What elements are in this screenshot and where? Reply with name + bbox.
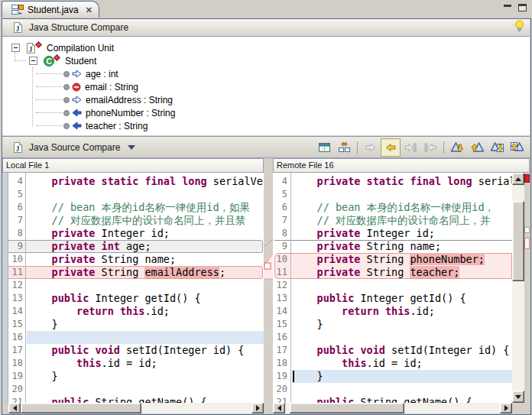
code-text [292,188,512,201]
chevron-down-icon[interactable] [128,145,135,150]
right-pane-header: Remote File 16 [273,158,530,173]
left-horizontal-scroll-thumb[interactable] [21,403,141,413]
tree-guide-line [36,73,62,74]
code-line-right-10: 10 private String phoneNumber; [273,253,512,266]
vertical-scroll-thumb[interactable] [512,201,524,281]
svg-text:J: J [29,44,33,53]
code-line-right-4: 4 private static final long serialVersio… [273,175,512,188]
code-line-left-9: 9 private int age; [8,240,264,253]
vertical-scrollbar[interactable] [512,173,524,403]
overview-change-marker-age[interactable] [524,227,530,233]
scroll-down-button[interactable] [512,391,524,403]
right-horizontal-scrollbar[interactable] [273,403,512,413]
line-number: 16 [8,331,23,344]
line-number: 19 [273,370,287,383]
tree-item-label: email : String [85,82,138,92]
code-line-left-5: 5 [8,188,264,201]
tree-item-label: phoneNumber : String [86,108,175,118]
code-line-left-15: 15 } [8,318,264,331]
line-number: 13 [273,292,287,305]
merge-handle[interactable] [264,263,271,269]
tree-item-email[interactable]: email : String [63,80,138,93]
incoming-addition-icon [72,122,82,130]
overview-change-marker-fields[interactable] [524,238,530,249]
tree-item-teacher[interactable]: teacher : String [63,119,148,132]
next-difference-button[interactable] [447,138,467,157]
code-line-right-15: 15 } [273,318,512,331]
overview-ruler[interactable] [524,173,530,403]
java-file-icon: J [12,21,24,34]
scroll-right-button[interactable] [251,403,264,413]
line-number: 20 [273,383,287,396]
scroll-left-button[interactable] [8,403,21,413]
swap-left-right-button[interactable] [334,138,354,157]
line-number: 6 [273,201,287,214]
age-change-connector [264,240,273,246]
code-line-left-12: 12 [8,279,264,292]
tree-item-age[interactable]: age : int [63,67,118,80]
source-compare-header: J Java Source Compare [2,136,530,158]
copy-current-right-to-left-button[interactable] [420,138,440,157]
tree-item-student[interactable]: CStudent [29,54,96,67]
tree-guide-line [36,125,62,126]
scroll-left-button[interactable] [273,403,285,413]
tree-item-emailaddress[interactable]: emailAddress : String [63,93,173,106]
right-horizontal-scroll-thumb[interactable] [290,403,404,413]
tree-expander-icon[interactable] [11,44,20,52]
tab-student-java[interactable]: Student.java ✕ [2,1,99,18]
line-number: 7 [273,214,287,227]
scroll-right-button[interactable] [500,403,512,413]
code-line-left-16: 16 [8,331,264,344]
code-text: private String phoneNumber; [292,253,512,266]
code-line-right-20: 20 [273,383,512,396]
java-file-icon: J [12,141,24,154]
code-text: this.id = id; [292,357,512,370]
previous-difference-button[interactable] [467,138,487,157]
copy-all-right-to-left-button[interactable] [381,138,401,157]
compare-toolbar [314,138,527,157]
code-text: private String name; [27,253,264,266]
code-line-left-13: 13 public Integer getId() { [8,292,264,305]
copy-all-left-to-right-button[interactable] [361,138,381,157]
structure-compare-header: J Java Structure Compare [2,19,530,37]
tree-item-compilation[interactable]: JCompilation Unit [11,41,114,54]
next-change-button[interactable] [487,138,507,157]
code-text: } [292,318,512,331]
maximize-view-button[interactable] [518,4,527,11]
outgoing-addition-icon [72,96,82,104]
right-source-pane[interactable]: 4 private static final long serialVersio… [273,173,512,403]
code-text [292,331,512,344]
minimize-view-button[interactable] [504,5,511,7]
overview-critical-marker[interactable] [524,174,530,183]
code-line-left-17: 17 public void setId(Integer id) { [8,344,264,357]
code-line-left-21: 21 public String getName() { [8,396,264,403]
code-text: } [27,318,264,331]
code-text [27,188,264,201]
line-number: 8 [273,227,287,240]
toolbar-separator [443,141,444,154]
tree-guide-line [36,99,62,100]
scroll-up-button[interactable] [512,173,524,185]
code-line-left-8: 8 private Integer id; [8,227,264,240]
tab-close-icon[interactable]: ✕ [86,6,92,14]
code-text [292,279,512,292]
tree-expander-icon[interactable] [29,57,37,65]
left-horizontal-scrollbar[interactable] [8,403,264,413]
left-source-pane[interactable]: 4 private static final long serialVersio… [8,173,264,403]
line-number: 5 [8,188,23,201]
switch-layout-button[interactable] [314,138,334,157]
code-line-right-7: 7 // 对应数据库中的设计命名同上，并 [273,214,512,227]
previous-change-button[interactable] [507,138,527,157]
code-text: } [292,370,512,383]
code-text: public void setId(Integer id) { [292,344,512,357]
copy-current-left-to-right-button[interactable] [401,138,420,157]
code-text [27,331,264,344]
tree-guide-line [32,67,33,127]
line-number: 19 [8,370,23,383]
left-pane-header: Local File 1 [2,158,264,173]
tree-item-phonenumber[interactable]: phoneNumber : String [63,106,175,119]
change-diamond-icon [34,41,43,51]
line-number: 12 [273,279,287,292]
code-line-left-14: 14 return this.id; [8,305,264,318]
code-text: private Integer id; [27,227,264,240]
